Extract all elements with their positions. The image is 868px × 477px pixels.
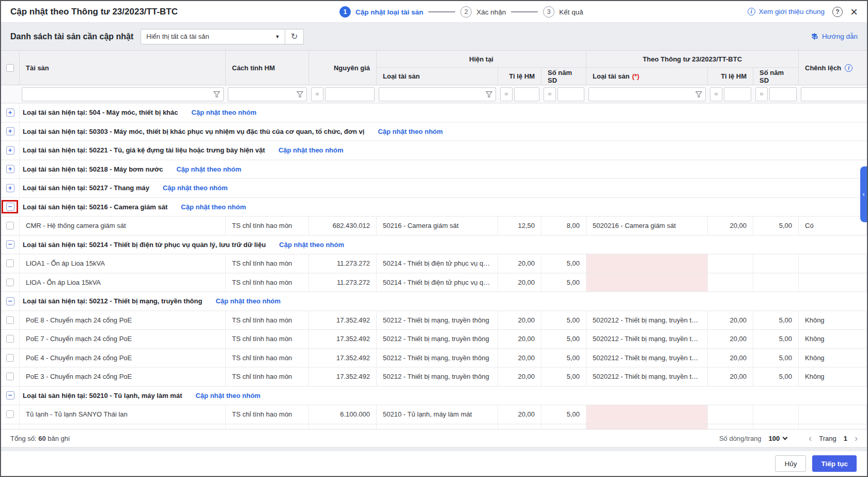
row-checkbox[interactable]	[6, 410, 14, 418]
filter-funnel-icon[interactable]	[486, 91, 492, 98]
equals-operator[interactable]: =	[311, 87, 323, 101]
asset-filter-dropdown[interactable]: Hiển thị tất cả tài sản ▼	[141, 29, 285, 44]
group-label: Loại tài sản hiện tại: 50216 - Camera gi…	[23, 203, 167, 211]
help-icon[interactable]: ?	[832, 7, 843, 17]
equals-operator[interactable]: =	[755, 87, 768, 101]
cancel-button[interactable]: Hủy	[775, 455, 806, 472]
group-expand-cell: −	[1, 292, 20, 311]
collapse-icon[interactable]: −	[6, 391, 14, 399]
select-all-checkbox[interactable]	[6, 64, 14, 72]
group-content: Loại tài sản hiện tại: 50217 - Thang máy…	[20, 184, 867, 192]
info-icon: i	[748, 8, 755, 16]
row-checkbox-cell	[1, 217, 20, 235]
filter-circular-years-input[interactable]	[773, 90, 793, 98]
row-checkbox-cell	[1, 330, 20, 348]
rows-per-page-select[interactable]: 100	[769, 435, 787, 442]
group-content: Loại tài sản hiện tại: 50216 - Camera gi…	[20, 203, 867, 211]
col-cost: Nguyên giá	[309, 51, 377, 85]
filter-funnel-icon[interactable]	[213, 91, 220, 98]
expand-icon[interactable]: +	[6, 165, 14, 173]
group-update-link[interactable]: Cập nhật theo nhóm	[278, 146, 344, 154]
group-update-link[interactable]: Cập nhật theo nhóm	[176, 165, 241, 173]
cell-cur_type: 50210 - Tủ lạnh, máy làm mát	[377, 424, 498, 429]
filter-current-rate-input[interactable]	[518, 90, 536, 98]
step-1[interactable]: 1 Cập nhật loại tài sản	[339, 6, 423, 18]
row-checkbox[interactable]	[6, 335, 14, 343]
filter-circular-rate-input[interactable]	[727, 90, 748, 98]
step-2[interactable]: 2 Xác nhận	[460, 6, 506, 18]
filter-current-years-input[interactable]	[561, 90, 581, 98]
filter-funnel-icon[interactable]	[297, 91, 303, 98]
cell-cur_rate: 20,00	[498, 273, 541, 292]
filter-current-type-input[interactable]	[382, 90, 484, 98]
cell-cur_years: 5,00	[541, 424, 586, 429]
table-row: PoE 4 - Chuyển mạch 24 cổng PoETS chỉ tí…	[1, 349, 867, 368]
intro-link[interactable]: i Xem giới thiệu chung	[748, 8, 825, 16]
cell-cost: 11.273.272	[309, 254, 377, 273]
expand-icon[interactable]: +	[6, 146, 14, 155]
continue-button[interactable]: Tiếp tục	[812, 455, 857, 472]
step-3[interactable]: 3 Kết quả	[543, 6, 583, 18]
page-number: 1	[844, 435, 847, 442]
expand-icon[interactable]: +	[6, 127, 14, 135]
close-icon[interactable]: ×	[850, 7, 858, 17]
row-checkbox[interactable]	[6, 279, 14, 286]
collapse-icon[interactable]: −	[6, 297, 14, 305]
cell-name: Tủ lạnh - Tủ lạnh SANYO Thái lan	[20, 405, 226, 424]
cell-cur_type: 50214 - Thiết bị điện tử phục vụ quả...	[377, 273, 498, 292]
expand-icon[interactable]: +	[6, 109, 14, 117]
group-update-link[interactable]: Cập nhật theo nhóm	[195, 392, 260, 399]
diff-info-icon[interactable]: i	[845, 64, 853, 72]
table-row: PoE 7 - Chuyển mạch 24 cổng PoETS chỉ tí…	[1, 330, 867, 349]
expand-icon[interactable]: +	[6, 184, 14, 192]
row-checkbox[interactable]	[6, 316, 14, 324]
row-checkbox[interactable]	[6, 222, 14, 229]
cell-new_rate	[708, 424, 753, 429]
group-update-link[interactable]: Cập nhật theo nhóm	[163, 184, 228, 192]
rows-per-page-label: Số dòng/trang	[719, 435, 762, 442]
filter-asset-input[interactable]	[25, 90, 211, 98]
filter-funnel-icon[interactable]	[695, 91, 702, 98]
filter-diff-input[interactable]	[804, 90, 868, 98]
group-label: Loại tài sản hiện tại: 50212 - Thiết bị …	[23, 297, 202, 305]
col-circular-type: Loại tài sản (*)	[586, 68, 708, 85]
intro-link-label: Xem giới thiệu chung	[759, 8, 825, 16]
col-diff: Chênh lệch i	[799, 51, 867, 85]
collapse-icon[interactable]: −	[6, 240, 14, 249]
equals-operator[interactable]: =	[544, 87, 556, 101]
expand-box: −	[6, 240, 14, 249]
cell-new_rate: 20,00	[708, 311, 753, 330]
table-row: Tủ lạnh - Tủ lạnh SANYO Thái lanTS chỉ t…	[1, 405, 867, 424]
prev-page-icon[interactable]: ‹	[809, 435, 812, 442]
group-update-link[interactable]: Cập nhật theo nhóm	[279, 241, 344, 249]
collapse-icon[interactable]: −	[6, 203, 14, 211]
group-update-link[interactable]: Cập nhật theo nhóm	[181, 203, 246, 211]
group-content: Loại tài sản hiện tại: 50212 - Thiết bị …	[20, 297, 867, 305]
cell-diff	[799, 405, 867, 424]
group-update-link[interactable]: Cập nhật theo nhóm	[192, 109, 257, 116]
group-update-link[interactable]: Cập nhật theo nhóm	[378, 128, 443, 135]
row-checkbox-cell	[1, 273, 20, 292]
row-checkbox[interactable]	[6, 354, 14, 362]
filter-circular-type-input[interactable]	[592, 90, 693, 98]
cell-new_type	[586, 254, 708, 273]
refresh-icon: ↻	[291, 32, 298, 41]
group-row: −Loại tài sản hiện tại: 50212 - Thiết bị…	[1, 292, 867, 311]
cell-diff	[799, 424, 867, 429]
equals-operator[interactable]: =	[500, 87, 513, 101]
group-label: Loại tài sản hiện tại: 50214 - Thiết bị …	[23, 241, 266, 249]
cell-new_years	[753, 273, 799, 292]
refresh-button[interactable]: ↻	[285, 29, 304, 44]
equals-operator[interactable]: =	[710, 87, 722, 101]
cell-new_type: 5020212 - Thiết bị mạng, truyền thô...	[586, 330, 708, 348]
row-checkbox[interactable]	[6, 373, 14, 380]
filter-cost-input[interactable]	[329, 90, 371, 98]
next-page-icon[interactable]: ›	[855, 435, 858, 442]
cell-cost: 17.352.492	[309, 367, 377, 386]
row-checkbox[interactable]	[6, 259, 14, 267]
total-records: Tổng số: 60 bản ghi	[10, 435, 70, 442]
filter-method-input[interactable]	[231, 90, 295, 98]
group-update-link[interactable]: Cập nhật theo nhóm	[215, 297, 281, 305]
side-panel-handle[interactable]: ‹	[860, 166, 867, 222]
guide-link[interactable]: Hướng dẫn	[811, 33, 858, 40]
